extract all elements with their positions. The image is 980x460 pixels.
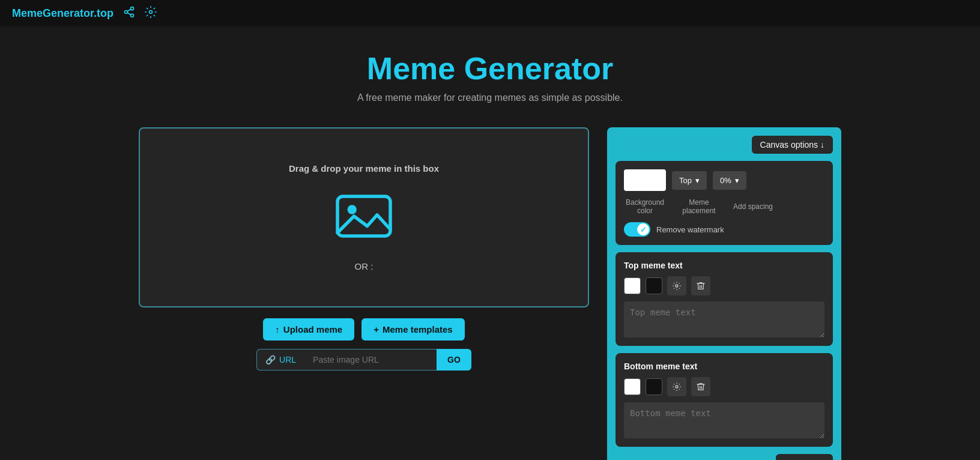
hero-title-plain: Meme <box>367 51 464 86</box>
right-panel: Canvas options ↓ Top ▾ 0% ▾ Background c… <box>607 127 841 460</box>
hero-subtitle: A free meme maker for creating memes as … <box>12 92 968 103</box>
placement-ctrl-label: Meme placement <box>672 198 726 215</box>
bottom-text-color-black[interactable] <box>646 378 662 395</box>
bottom-text-settings-button[interactable] <box>667 377 686 396</box>
or-divider: OR : <box>355 261 374 271</box>
navbar: MemeGenerator.top <box>0 0 980 26</box>
svg-point-9 <box>676 386 678 388</box>
bottom-text-color-white[interactable] <box>624 378 641 395</box>
bottom-text-title: Bottom meme text <box>624 362 824 371</box>
top-text-toolbar <box>624 276 824 295</box>
watermark-toggle-row: ✓ Remove watermark <box>624 222 824 237</box>
bg-color-label: Background color <box>624 198 666 215</box>
top-text-color-black[interactable] <box>646 277 662 294</box>
remove-watermark-label: Remove watermark <box>656 225 724 234</box>
chevron-down-icon: ▾ <box>695 176 700 185</box>
top-meme-textarea[interactable] <box>624 301 824 337</box>
top-text-color-white[interactable] <box>624 277 641 294</box>
hero-title: Meme Generator <box>12 50 968 86</box>
hero-title-accent: Generator <box>464 51 614 86</box>
toggle-thumb: ✓ <box>637 223 649 235</box>
dropzone-container: Drag & drop your meme in this box OR : ↑… <box>139 127 589 371</box>
spacing-value: 0% <box>720 176 731 185</box>
svg-line-4 <box>127 9 131 11</box>
share-icon[interactable] <box>123 6 135 21</box>
canvas-controls-row: Top ▾ 0% ▾ <box>624 169 824 191</box>
url-label-text: URL <box>279 355 296 365</box>
svg-point-5 <box>150 10 153 13</box>
bottom-text-section: Bottom meme text <box>616 353 833 447</box>
dropzone[interactable]: Drag & drop your meme in this box OR : <box>139 127 589 307</box>
canvas-labels: Background color Meme placement Add spac… <box>624 198 824 215</box>
svg-line-3 <box>127 13 131 14</box>
bottom-text-toolbar <box>624 377 824 396</box>
upload-icon: ↑ <box>275 324 280 334</box>
top-text-delete-button[interactable] <box>691 276 710 295</box>
canvas-options-label: Canvas options ↓ <box>760 140 824 150</box>
meme-placement-select[interactable]: Top ▾ <box>672 171 707 190</box>
upload-label: Upload meme <box>283 324 342 334</box>
brand-plain: MemeGenerator. <box>12 7 97 19</box>
add-spacing-select[interactable]: 0% ▾ <box>713 171 746 190</box>
svg-point-8 <box>676 285 678 287</box>
bottom-text-delete-button[interactable] <box>691 377 710 396</box>
canvas-controls-box: Top ▾ 0% ▾ Background color Meme placeme… <box>616 161 833 245</box>
svg-point-7 <box>348 205 357 214</box>
brand-accent: top <box>97 7 113 19</box>
upload-meme-button[interactable]: ↑ Upload meme <box>263 318 354 340</box>
action-buttons-row: ↑ Upload meme + Meme templates <box>139 318 589 340</box>
url-label: 🔗 URL <box>256 349 304 371</box>
dropzone-label: Drag & drop your meme in this box <box>289 163 439 174</box>
hero-section: Meme Generator A free meme maker for cre… <box>0 26 980 115</box>
settings-icon[interactable] <box>145 6 157 21</box>
svg-rect-6 <box>337 196 390 236</box>
chevron-down-icon-2: ▾ <box>735 176 739 185</box>
url-input-row: 🔗 URL GO <box>139 349 589 371</box>
url-input[interactable] <box>304 349 437 371</box>
image-placeholder-icon <box>331 183 397 252</box>
templates-label: Meme templates <box>383 324 453 334</box>
main-content: Drag & drop your meme in this box OR : ↑… <box>0 115 980 460</box>
add-text-button[interactable]: + Add text <box>776 454 833 460</box>
placement-value: Top <box>679 176 692 185</box>
background-color-button[interactable] <box>624 169 666 191</box>
spacing-ctrl-label: Add spacing <box>732 202 774 211</box>
bottom-meme-textarea[interactable] <box>624 402 824 438</box>
plus-icon: + <box>374 324 379 334</box>
url-go-button[interactable]: GO <box>437 349 471 371</box>
remove-watermark-toggle[interactable]: ✓ <box>624 222 650 237</box>
link-icon: 🔗 <box>265 355 276 365</box>
meme-templates-button[interactable]: + Meme templates <box>361 318 464 340</box>
top-text-title: Top meme text <box>624 261 824 270</box>
top-text-section: Top meme text <box>616 252 833 346</box>
top-text-settings-button[interactable] <box>667 276 686 295</box>
brand-logo[interactable]: MemeGenerator.top <box>12 7 113 20</box>
canvas-options-button[interactable]: Canvas options ↓ <box>752 136 833 154</box>
